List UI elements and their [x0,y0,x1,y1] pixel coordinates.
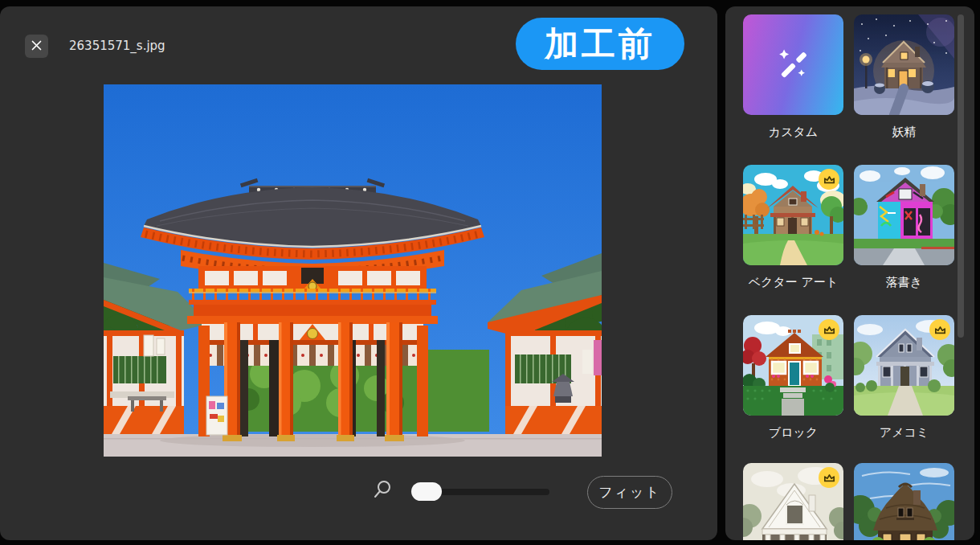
style-item-vector-art[interactable]: ベクター アート [743,165,843,290]
style-item-graffiti[interactable]: 落書き [854,165,954,290]
style-item-fairy[interactable]: 妖精 [854,14,954,140]
graffiti-house-image [854,165,954,265]
style-item-block[interactable]: ブロック [743,315,843,441]
magic-wand-icon [773,44,815,86]
white-sketch-house-image [743,463,843,540]
premium-crown-icon [819,169,839,190]
close-button[interactable] [25,35,48,58]
style-item-cropped-2[interactable] [854,463,954,540]
premium-crown-icon [929,319,950,340]
thatched-cottage-image [854,463,954,540]
filename-label: 26351571_s.jpg [69,35,165,58]
search-icon [371,478,394,501]
style-item-cropped-1[interactable] [743,463,843,540]
viewer-panel: 26351571_s.jpg 加工前 [0,6,717,540]
before-edit-badge: 加工前 [516,18,684,70]
fairy-night-cottage-image [854,14,954,115]
zoom-slider[interactable] [411,489,549,495]
style-label: ブロック [769,425,818,441]
style-item-custom[interactable]: カスタム [743,14,843,140]
vector-art-house-image [743,165,843,265]
style-label: カスタム [769,125,818,140]
premium-crown-icon [819,467,839,488]
style-label: 妖精 [892,125,917,140]
custom-gradient-magic-wand-image [743,14,843,115]
style-item-amecomi[interactable]: アメコミ [854,315,954,441]
toy-block-house-image [743,315,843,416]
style-label: 落書き [886,275,922,290]
styles-panel: カスタム [725,6,974,540]
premium-crown-icon [819,319,839,340]
zoom-controls: フィット [0,476,717,511]
styles-scrollbar[interactable] [958,14,964,338]
zoom-slider-thumb[interactable] [411,482,442,501]
close-icon [31,39,42,54]
style-label: ベクター アート [749,275,839,290]
style-label: アメコミ [880,425,929,441]
app-window: 26351571_s.jpg 加工前 [0,0,980,545]
photo-preview[interactable] [104,84,602,457]
fit-button[interactable]: フィット [587,476,672,509]
comic-style-house-image [854,315,954,416]
